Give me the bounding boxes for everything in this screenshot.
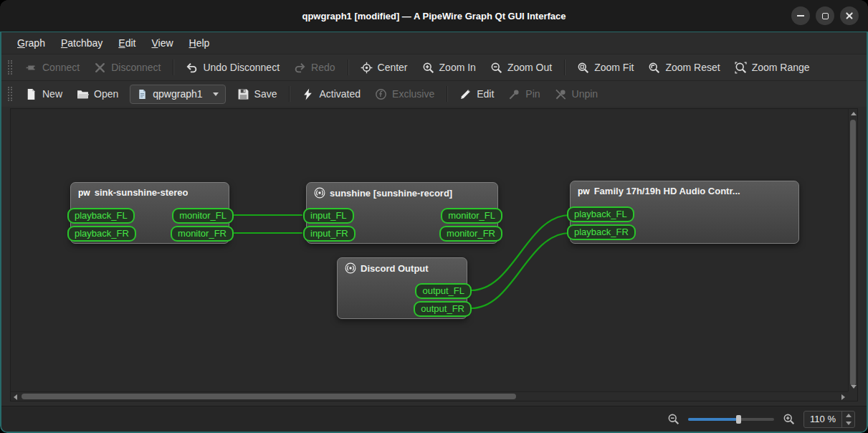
edit-label: Edit	[477, 88, 494, 100]
arrow-up-icon	[851, 112, 857, 115]
port-input[interactable]: playback_FL	[567, 206, 634, 222]
patchbay-combobox[interactable]: qpwgraph1	[130, 85, 225, 104]
pipewire-icon: pw	[578, 187, 590, 196]
open-folder-icon	[77, 88, 89, 100]
node-header: pw Family 17h/19h HD Audio Contr...	[571, 181, 798, 199]
minimize-button[interactable]	[791, 6, 810, 25]
toolbar-separator	[564, 60, 565, 75]
zoom-in-icon[interactable]	[783, 413, 795, 425]
open-button[interactable]: Open	[70, 85, 125, 104]
patchbay-combobox-value: qpwgraph1	[153, 88, 202, 100]
zoom-fit-label: Zoom Fit	[594, 62, 634, 73]
save-icon	[237, 88, 249, 100]
scroll-down-button[interactable]	[849, 382, 858, 391]
zoom-spinbox[interactable]: 110 %	[803, 411, 855, 428]
redo-label: Redo	[311, 62, 335, 73]
zoom-out-button[interactable]: Zoom Out	[484, 58, 558, 77]
zoom-value[interactable]: 110 %	[804, 414, 841, 424]
undo-button[interactable]: Undo Disconnect	[179, 58, 286, 77]
zoom-fit-button[interactable]: Zoom Fit	[571, 58, 640, 77]
port-input[interactable]: input_FL	[303, 208, 354, 224]
vertical-scrollbar[interactable]	[848, 109, 857, 391]
new-button[interactable]: New	[19, 85, 69, 104]
window-title: qpwgraph1 [modified] — A PipeWire Graph …	[0, 0, 868, 32]
connection-layer	[11, 109, 857, 401]
zoom-out-icon[interactable]	[667, 413, 679, 425]
menu-help[interactable]: Help	[182, 35, 217, 51]
zoom-slider[interactable]	[688, 412, 774, 427]
horizontal-scrollbar-thumb[interactable]	[22, 394, 516, 399]
node-title: Family 17h/19h HD Audio Contr...	[594, 186, 740, 196]
port-output[interactable]: monitor_FL	[172, 208, 234, 224]
toolbar-separator	[173, 60, 173, 75]
vertical-scrollbar-thumb[interactable]	[850, 120, 856, 386]
port-input[interactable]: playback_FL	[67, 208, 135, 224]
scrollbar-corner	[848, 391, 857, 401]
horizontal-scrollbar[interactable]	[11, 391, 848, 401]
edit-button[interactable]: Edit	[453, 85, 500, 104]
graph-node[interactable]: pw Family 17h/19h HD Audio Contr... play…	[570, 181, 799, 244]
graph-node[interactable]: Discord Output output_FL output_FR	[337, 257, 467, 319]
toolbar-separator	[289, 86, 290, 102]
chevron-down-icon	[213, 92, 219, 96]
zoom-spin-up-button[interactable]	[842, 411, 854, 419]
zoom-reset-button[interactable]: Zoom Reset	[642, 58, 726, 77]
unpin-label: Unpin	[572, 88, 598, 100]
scroll-right-button[interactable]	[839, 392, 848, 401]
port-input[interactable]: playback_FR	[567, 224, 636, 240]
graph-node[interactable]: pw sink-sunshine-stereo playback_FL play…	[70, 182, 229, 244]
menu-patchbay[interactable]: Patchbay	[54, 35, 110, 51]
pin-button: Pin	[502, 85, 546, 104]
port-output[interactable]: monitor_FR	[171, 226, 234, 242]
toolbar-handle[interactable]	[8, 60, 12, 75]
new-file-icon	[25, 88, 37, 100]
port-output[interactable]: output_FR	[414, 301, 472, 317]
zoom-range-button[interactable]: Zoom Range	[728, 58, 816, 77]
undo-icon	[186, 62, 198, 74]
port-output[interactable]: monitor_FR	[439, 226, 502, 242]
menu-edit[interactable]: Edit	[111, 35, 143, 51]
zoom-in-icon	[422, 62, 434, 74]
zoom-slider-handle[interactable]	[736, 415, 741, 424]
node-header: pw sink-sunshine-stereo	[71, 183, 229, 200]
maximize-button[interactable]	[816, 6, 834, 25]
graph-canvas[interactable]: pw sink-sunshine-stereo playback_FL play…	[10, 108, 858, 401]
activated-button[interactable]: Activated	[295, 85, 367, 104]
patchbay-file-icon	[137, 89, 148, 100]
plug-icon	[25, 62, 37, 74]
center-button[interactable]: Center	[354, 58, 414, 77]
arrow-down-icon	[851, 385, 857, 389]
connect-button: Connect	[19, 58, 86, 77]
menu-view[interactable]: View	[144, 35, 180, 51]
connection-wire[interactable]	[471, 233, 570, 308]
close-icon	[845, 11, 854, 20]
titlebar[interactable]: qpwgraph1 [modified] — A PipeWire Graph …	[0, 0, 868, 32]
arrow-right-icon	[841, 394, 845, 400]
port-input[interactable]: playback_FR	[67, 226, 136, 242]
zoom-slider-fill	[688, 418, 737, 421]
port-input[interactable]: input_FR	[303, 226, 356, 242]
zoom-spin-down-button[interactable]	[842, 419, 854, 427]
scroll-up-button[interactable]	[849, 109, 858, 118]
patchbay-toolbar: New Open qpwgraph1 Save Activated	[1, 80, 867, 107]
toolbar-handle[interactable]	[8, 87, 12, 101]
menu-graph[interactable]: Graph	[10, 35, 52, 51]
application-icon	[314, 187, 325, 199]
exclusive-button: Exclusive	[368, 85, 441, 104]
activated-label: Activated	[319, 88, 361, 100]
port-output[interactable]: monitor_FL	[441, 208, 502, 224]
zoom-in-button[interactable]: Zoom In	[416, 58, 482, 77]
port-output[interactable]: output_FL	[415, 283, 472, 299]
canvas-container: pw sink-sunshine-stereo playback_FL play…	[1, 107, 867, 406]
scroll-left-button[interactable]	[11, 392, 20, 401]
exclusive-label: Exclusive	[392, 88, 434, 100]
save-button[interactable]: Save	[231, 85, 284, 104]
redo-button: Redo	[287, 58, 341, 77]
undo-label: Undo Disconnect	[203, 62, 280, 73]
close-button[interactable]	[840, 6, 859, 25]
maximize-icon	[822, 13, 829, 19]
arrow-left-icon	[14, 394, 17, 400]
unpin-button: Unpin	[548, 85, 605, 104]
graph-node[interactable]: sunshine [sunshine-record] input_FL inpu…	[306, 182, 498, 244]
node-title: sink-sunshine-stereo	[95, 187, 189, 198]
